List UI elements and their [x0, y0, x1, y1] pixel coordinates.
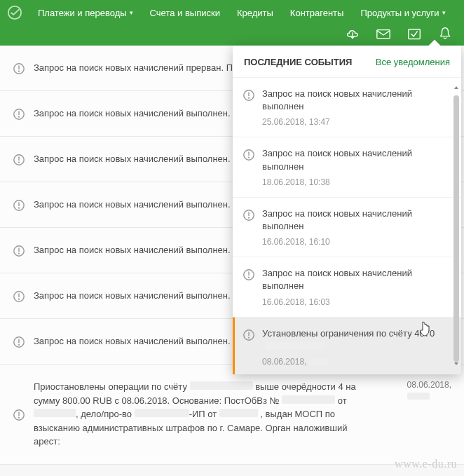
chevron-down-icon: ▾ [130, 9, 133, 16]
svg-point-41 [249, 337, 250, 338]
notification-item-restricted[interactable]: Установлены ограничения по счёту 4070 08… [233, 317, 461, 375]
notif-title: Запрос на поиск новых начислений выполне… [262, 208, 451, 233]
scroll-up-arrow[interactable] [453, 83, 460, 94]
nav-products[interactable]: Продукты и услуги▾ [352, 0, 453, 25]
notif-date: 25.06.2018, 13:47 [262, 117, 451, 127]
header-icons [345, 27, 453, 41]
alert-icon [243, 209, 255, 222]
svg-point-5 [19, 71, 20, 72]
svg-point-20 [19, 299, 20, 299]
chevron-down-icon: ▾ [442, 9, 446, 16]
inbox-check-icon[interactable] [407, 27, 422, 41]
notif-date: 08.06.2018, [262, 357, 451, 367]
notif-title: Запрос на поиск новых начислений выполне… [262, 88, 451, 113]
notif-date: 16.06.2018, 16:10 [262, 237, 451, 247]
header-bar: Платежи и переводы▾ Счета и выписки Кред… [0, 0, 464, 46]
detail-date: 08.06.2018, [407, 380, 451, 402]
watermark: www.e-du.ru [395, 458, 457, 470]
notification-item[interactable]: Запрос на поиск новых начислений выполне… [233, 197, 461, 257]
svg-point-29 [249, 97, 250, 98]
alert-icon [13, 154, 25, 166]
svg-point-32 [249, 158, 250, 158]
alert-icon [13, 409, 25, 421]
svg-rect-1 [377, 29, 390, 38]
all-notifications-link[interactable]: Все уведомления [376, 57, 450, 67]
alert-icon [243, 149, 255, 161]
svg-point-11 [19, 162, 20, 163]
nav-payments[interactable]: Платежи и переводы▾ [29, 0, 142, 25]
alert-icon [243, 89, 255, 102]
notif-title: Запрос на поиск новых начислений выполне… [262, 267, 451, 292]
notification-item[interactable]: Запрос на поиск новых начислений выполне… [233, 77, 461, 137]
alert-icon [13, 336, 25, 348]
svg-point-26 [19, 417, 20, 418]
bell-icon[interactable] [437, 27, 453, 41]
svg-point-38 [249, 277, 250, 278]
svg-rect-2 [409, 29, 420, 39]
svg-point-23 [19, 344, 20, 345]
nav: Платежи и переводы▾ Счета и выписки Кред… [0, 0, 464, 25]
notif-title: Установлены ограничения по счёту 4070 [262, 327, 451, 353]
svg-point-8 [19, 116, 20, 117]
scrollbar-thumb[interactable] [453, 95, 459, 362]
notification-item[interactable]: Запрос на поиск новых начислений выполне… [233, 137, 461, 196]
detail-item[interactable]: Приостановлены операции по счёту выше оч… [0, 365, 464, 465]
alert-icon [243, 268, 255, 281]
svg-point-35 [249, 217, 250, 218]
svg-point-17 [19, 253, 20, 254]
scroll-down-arrow[interactable] [453, 359, 460, 370]
detail-text: Приостановлены операции по счёту выше оч… [34, 380, 363, 449]
popup-body: Запрос на поиск новых начислений выполне… [233, 77, 461, 374]
nav-accounts[interactable]: Счета и выписки [142, 0, 228, 25]
notif-date: 16.06.2018, 16:03 [262, 297, 451, 307]
nav-credits[interactable]: Кредиты [228, 0, 282, 25]
mail-icon[interactable] [376, 27, 391, 41]
alert-icon [13, 62, 25, 75]
scrollbar[interactable] [453, 95, 460, 362]
alert-icon [13, 245, 25, 257]
logo-icon [7, 5, 22, 20]
notif-date: 18.06.2018, 10:38 [262, 177, 451, 187]
alert-icon [13, 290, 25, 303]
alert-icon [13, 108, 25, 121]
svg-point-14 [19, 208, 20, 208]
alert-icon [13, 199, 25, 212]
nav-counterparties[interactable]: Контрагенты [282, 0, 353, 25]
notification-item[interactable]: Запрос на поиск новых начислений выполне… [233, 257, 461, 316]
notif-title: Запрос на поиск новых начислений выполне… [262, 147, 451, 172]
alert-icon [243, 329, 255, 341]
notifications-popup: ПОСЛЕДНИЕ СОБЫТИЯ Все уведомления Запрос… [233, 46, 461, 374]
popup-title: ПОСЛЕДНИЕ СОБЫТИЯ [244, 57, 352, 67]
cloud-icon[interactable] [345, 27, 360, 41]
